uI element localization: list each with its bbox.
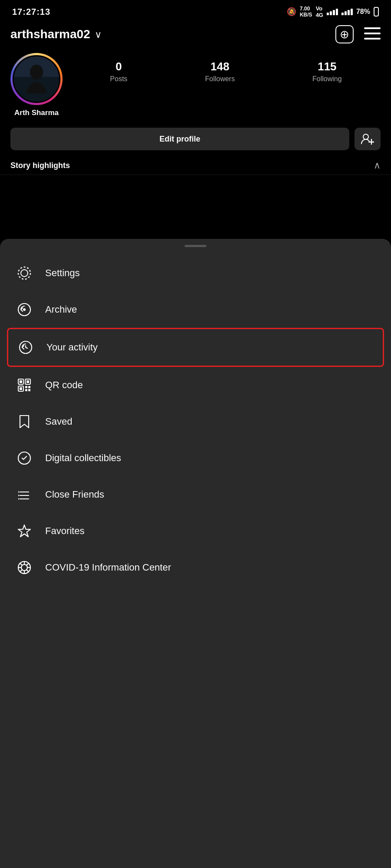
menu-item-qr-code[interactable]: QR code: [0, 367, 391, 403]
menu-item-close-friends[interactable]: Close Friends: [0, 476, 391, 513]
avatar-ring[interactable]: [10, 53, 63, 105]
notification-icon: 🔕: [287, 7, 296, 17]
menu-button[interactable]: [364, 27, 381, 42]
status-icons: 🔕 7.00KB/S Vo4G 78%: [287, 5, 379, 18]
svg-point-6: [363, 134, 368, 139]
svg-marker-31: [18, 495, 20, 496]
menu-item-digital-collectibles[interactable]: Digital collectibles: [0, 440, 391, 476]
action-buttons: Edit profile: [0, 123, 391, 155]
battery-icon: [374, 7, 379, 17]
svg-marker-33: [18, 525, 30, 537]
menu-item-your-activity[interactable]: Your activity: [7, 328, 384, 367]
archive-label: Archive: [45, 304, 77, 315]
posts-count: 0: [116, 60, 122, 73]
battery-percent: 78%: [356, 8, 370, 16]
svg-point-9: [21, 270, 28, 277]
digital-collectibles-icon: [16, 449, 33, 467]
posts-stat[interactable]: 0 Posts: [110, 60, 127, 83]
covid-icon: [16, 559, 33, 576]
collapse-icon[interactable]: ∧: [374, 160, 381, 171]
following-count: 115: [318, 60, 336, 73]
menu-item-saved[interactable]: Saved: [0, 403, 391, 440]
svg-point-5: [30, 65, 43, 79]
username-text: arthsharma02: [10, 27, 90, 41]
bottom-sheet: Settings Archive: [0, 239, 391, 868]
status-bar: 17:27:13 🔕 7.00KB/S Vo4G 78%: [0, 0, 391, 22]
settings-icon: [16, 264, 33, 282]
profile-header: arthsharma02 ∨ ⊕: [0, 22, 391, 49]
qr-code-label: QR code: [45, 380, 83, 391]
add-friend-button[interactable]: [355, 128, 381, 150]
svg-marker-30: [18, 491, 20, 493]
svg-line-42: [27, 563, 29, 565]
saved-icon: [16, 413, 33, 430]
followers-label: Followers: [205, 75, 235, 83]
menu-list: Settings Archive: [0, 251, 391, 590]
svg-point-12: [23, 308, 26, 311]
signal-bars-4g: [327, 9, 338, 15]
svg-line-43: [20, 570, 22, 572]
avatar-area: Arth Sharma: [10, 53, 63, 117]
close-friends-label: Close Friends: [45, 489, 104, 500]
svg-rect-21: [20, 387, 22, 390]
svg-rect-25: [28, 389, 30, 391]
menu-item-archive[interactable]: Archive: [0, 291, 391, 328]
avatar-inner: [13, 55, 60, 103]
following-stat[interactable]: 115 Following: [312, 60, 342, 83]
followers-count: 148: [211, 60, 229, 73]
stats-area: 0 Posts 148 Followers 115 Following: [71, 53, 381, 83]
svg-rect-23: [28, 386, 30, 388]
story-highlights-label: Story highlights: [10, 161, 70, 170]
profile-section: Arth Sharma 0 Posts 148 Followers 115 Fo…: [0, 49, 391, 123]
settings-label: Settings: [45, 267, 80, 279]
favorites-label: Favorites: [45, 525, 84, 537]
digital-collectibles-label: Digital collectibles: [45, 452, 121, 464]
your-activity-icon: [17, 339, 34, 356]
svg-marker-32: [18, 498, 20, 500]
network-type: Vo4G: [316, 5, 323, 18]
saved-label: Saved: [45, 416, 72, 427]
covid-label: COVID-19 Information Center: [45, 562, 171, 573]
favorites-icon: [16, 522, 33, 540]
svg-point-10: [18, 267, 30, 279]
new-post-button[interactable]: ⊕: [335, 25, 354, 43]
chevron-down-icon[interactable]: ∨: [95, 29, 102, 40]
network-speed: 7.00KB/S: [300, 6, 312, 18]
svg-rect-2: [364, 38, 381, 40]
following-label: Following: [312, 75, 342, 83]
followers-stat[interactable]: 148 Followers: [205, 60, 235, 83]
sheet-handle-area: [0, 239, 391, 251]
svg-rect-0: [364, 27, 381, 29]
svg-line-15: [26, 347, 27, 348]
add-friend-icon: [361, 133, 374, 145]
signal-bars-wifi: [341, 9, 353, 15]
menu-item-covid[interactable]: COVID-19 Information Center: [0, 549, 391, 586]
archive-icon: [16, 301, 33, 318]
username-row[interactable]: arthsharma02 ∨: [10, 27, 102, 41]
svg-line-40: [20, 563, 22, 565]
svg-rect-17: [20, 380, 22, 383]
close-friends-icon: [16, 486, 33, 503]
header-icons: ⊕: [335, 25, 381, 43]
story-highlights-header: Story highlights ∧: [0, 155, 391, 175]
avatar-image: [14, 55, 59, 103]
sheet-handle: [185, 245, 206, 247]
svg-rect-24: [25, 389, 27, 391]
menu-item-favorites[interactable]: Favorites: [0, 513, 391, 549]
posts-label: Posts: [110, 75, 127, 83]
qr-code-icon: [16, 376, 33, 394]
svg-rect-19: [27, 380, 29, 383]
svg-rect-1: [364, 33, 381, 34]
your-activity-label: Your activity: [46, 342, 98, 353]
edit-profile-button[interactable]: Edit profile: [10, 128, 349, 150]
display-name: Arth Sharma: [14, 109, 59, 117]
menu-item-settings[interactable]: Settings: [0, 255, 391, 291]
plus-icon: ⊕: [340, 28, 349, 41]
svg-line-41: [27, 570, 29, 572]
status-time: 17:27:13: [12, 7, 50, 17]
svg-rect-22: [25, 386, 27, 388]
